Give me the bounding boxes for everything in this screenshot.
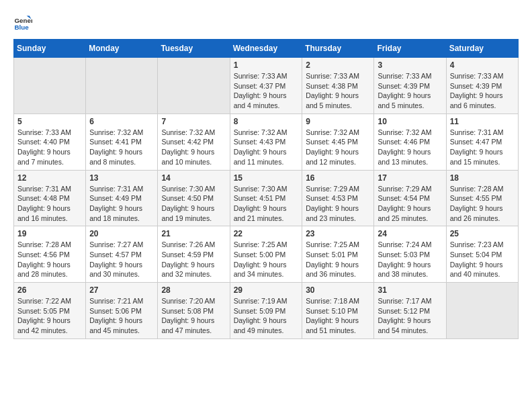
calendar-table: SundayMondayTuesdayWednesdayThursdayFrid… — [13, 39, 519, 339]
day-number: 25 — [450, 229, 515, 238]
weekday-header: Friday — [374, 40, 446, 58]
day-number: 15 — [234, 173, 299, 183]
day-number: 11 — [450, 117, 515, 126]
calendar-cell: 29Sunrise: 7:19 AM Sunset: 5:09 PM Dayli… — [230, 283, 302, 339]
day-number: 10 — [378, 117, 442, 126]
day-number: 19 — [17, 229, 82, 238]
calendar-cell: 16Sunrise: 7:29 AM Sunset: 4:53 PM Dayli… — [302, 170, 374, 226]
calendar-cell: 21Sunrise: 7:26 AM Sunset: 4:59 PM Dayli… — [158, 226, 230, 283]
day-number: 24 — [378, 229, 442, 238]
calendar-cell: 8Sunrise: 7:32 AM Sunset: 4:43 PM Daylig… — [230, 113, 302, 170]
day-info: Sunrise: 7:20 AM Sunset: 5:08 PM Dayligh… — [161, 296, 226, 336]
day-number: 29 — [234, 285, 299, 295]
day-info: Sunrise: 7:31 AM Sunset: 4:49 PM Dayligh… — [89, 184, 154, 224]
day-info: Sunrise: 7:32 AM Sunset: 4:45 PM Dayligh… — [306, 128, 370, 167]
logo: General Blue — [13, 13, 35, 32]
calendar-cell — [14, 58, 86, 114]
calendar-cell: 6Sunrise: 7:32 AM Sunset: 4:41 PM Daylig… — [86, 113, 158, 170]
day-info: Sunrise: 7:19 AM Sunset: 5:09 PM Dayligh… — [234, 296, 299, 336]
calendar-cell: 1Sunrise: 7:33 AM Sunset: 4:37 PM Daylig… — [230, 58, 302, 114]
weekday-header-row: SundayMondayTuesdayWednesdayThursdayFrid… — [14, 40, 519, 58]
day-info: Sunrise: 7:33 AM Sunset: 4:39 PM Dayligh… — [378, 71, 442, 111]
day-number: 16 — [306, 173, 370, 183]
calendar-cell: 12Sunrise: 7:31 AM Sunset: 4:48 PM Dayli… — [14, 170, 86, 226]
day-info: Sunrise: 7:29 AM Sunset: 4:53 PM Dayligh… — [306, 184, 370, 224]
calendar-cell: 5Sunrise: 7:33 AM Sunset: 4:40 PM Daylig… — [14, 113, 86, 170]
calendar-cell: 15Sunrise: 7:30 AM Sunset: 4:51 PM Dayli… — [230, 170, 302, 226]
day-number: 2 — [306, 60, 370, 70]
day-info: Sunrise: 7:30 AM Sunset: 4:50 PM Dayligh… — [161, 184, 226, 224]
calendar-week-row: 5Sunrise: 7:33 AM Sunset: 4:40 PM Daylig… — [14, 113, 519, 170]
page-header: General Blue — [13, 13, 519, 32]
day-info: Sunrise: 7:32 AM Sunset: 4:43 PM Dayligh… — [234, 128, 299, 167]
calendar-week-row: 12Sunrise: 7:31 AM Sunset: 4:48 PM Dayli… — [14, 170, 519, 226]
calendar-cell: 18Sunrise: 7:28 AM Sunset: 4:55 PM Dayli… — [446, 170, 518, 226]
calendar-week-row: 19Sunrise: 7:28 AM Sunset: 4:56 PM Dayli… — [14, 226, 519, 283]
calendar-cell: 3Sunrise: 7:33 AM Sunset: 4:39 PM Daylig… — [374, 58, 446, 114]
calendar-cell — [446, 283, 518, 339]
day-info: Sunrise: 7:29 AM Sunset: 4:54 PM Dayligh… — [378, 184, 442, 224]
calendar-cell: 17Sunrise: 7:29 AM Sunset: 4:54 PM Dayli… — [374, 170, 446, 226]
calendar-week-row: 26Sunrise: 7:22 AM Sunset: 5:05 PM Dayli… — [14, 283, 519, 339]
svg-text:Blue: Blue — [14, 24, 29, 31]
day-info: Sunrise: 7:30 AM Sunset: 4:51 PM Dayligh… — [234, 184, 299, 224]
calendar-cell: 28Sunrise: 7:20 AM Sunset: 5:08 PM Dayli… — [158, 283, 230, 339]
day-number: 14 — [161, 173, 226, 183]
weekday-header: Thursday — [302, 40, 374, 58]
calendar-cell: 13Sunrise: 7:31 AM Sunset: 4:49 PM Dayli… — [86, 170, 158, 226]
day-info: Sunrise: 7:25 AM Sunset: 5:01 PM Dayligh… — [306, 240, 370, 279]
day-number: 12 — [17, 173, 82, 183]
day-info: Sunrise: 7:33 AM Sunset: 4:37 PM Dayligh… — [234, 71, 299, 111]
day-info: Sunrise: 7:32 AM Sunset: 4:42 PM Dayligh… — [161, 128, 226, 167]
day-number: 1 — [234, 60, 299, 70]
day-info: Sunrise: 7:33 AM Sunset: 4:40 PM Dayligh… — [17, 128, 82, 167]
day-info: Sunrise: 7:21 AM Sunset: 5:06 PM Dayligh… — [89, 296, 154, 336]
day-info: Sunrise: 7:17 AM Sunset: 5:12 PM Dayligh… — [378, 296, 442, 336]
day-number: 21 — [161, 229, 226, 238]
weekday-header: Wednesday — [230, 40, 302, 58]
day-info: Sunrise: 7:24 AM Sunset: 5:03 PM Dayligh… — [378, 240, 442, 279]
day-info: Sunrise: 7:26 AM Sunset: 4:59 PM Dayligh… — [161, 240, 226, 279]
day-number: 3 — [378, 60, 442, 70]
day-number: 31 — [378, 285, 442, 295]
day-info: Sunrise: 7:25 AM Sunset: 5:00 PM Dayligh… — [234, 240, 299, 279]
day-info: Sunrise: 7:28 AM Sunset: 4:55 PM Dayligh… — [450, 184, 515, 224]
day-number: 8 — [234, 117, 299, 126]
calendar-cell: 11Sunrise: 7:31 AM Sunset: 4:47 PM Dayli… — [446, 113, 518, 170]
day-info: Sunrise: 7:32 AM Sunset: 4:46 PM Dayligh… — [378, 128, 442, 167]
calendar-cell: 24Sunrise: 7:24 AM Sunset: 5:03 PM Dayli… — [374, 226, 446, 283]
day-number: 26 — [17, 285, 82, 295]
calendar-cell: 14Sunrise: 7:30 AM Sunset: 4:50 PM Dayli… — [158, 170, 230, 226]
day-info: Sunrise: 7:33 AM Sunset: 4:39 PM Dayligh… — [450, 71, 515, 111]
calendar-cell: 25Sunrise: 7:23 AM Sunset: 5:04 PM Dayli… — [446, 226, 518, 283]
calendar-cell: 4Sunrise: 7:33 AM Sunset: 4:39 PM Daylig… — [446, 58, 518, 114]
calendar-cell: 22Sunrise: 7:25 AM Sunset: 5:00 PM Dayli… — [230, 226, 302, 283]
calendar-cell: 26Sunrise: 7:22 AM Sunset: 5:05 PM Dayli… — [14, 283, 86, 339]
calendar-cell: 20Sunrise: 7:27 AM Sunset: 4:57 PM Dayli… — [86, 226, 158, 283]
day-info: Sunrise: 7:33 AM Sunset: 4:38 PM Dayligh… — [306, 71, 370, 111]
calendar-cell: 31Sunrise: 7:17 AM Sunset: 5:12 PM Dayli… — [374, 283, 446, 339]
day-number: 13 — [89, 173, 154, 183]
calendar-cell: 2Sunrise: 7:33 AM Sunset: 4:38 PM Daylig… — [302, 58, 374, 114]
calendar-week-row: 1Sunrise: 7:33 AM Sunset: 4:37 PM Daylig… — [14, 58, 519, 114]
calendar-cell: 19Sunrise: 7:28 AM Sunset: 4:56 PM Dayli… — [14, 226, 86, 283]
day-number: 23 — [306, 229, 370, 238]
calendar-cell: 27Sunrise: 7:21 AM Sunset: 5:06 PM Dayli… — [86, 283, 158, 339]
day-info: Sunrise: 7:27 AM Sunset: 4:57 PM Dayligh… — [89, 240, 154, 279]
day-number: 27 — [89, 285, 154, 295]
day-info: Sunrise: 7:28 AM Sunset: 4:56 PM Dayligh… — [17, 240, 82, 279]
day-number: 7 — [161, 117, 226, 126]
day-info: Sunrise: 7:18 AM Sunset: 5:10 PM Dayligh… — [306, 296, 370, 336]
day-number: 9 — [306, 117, 370, 126]
day-number: 6 — [89, 117, 154, 126]
calendar-cell: 7Sunrise: 7:32 AM Sunset: 4:42 PM Daylig… — [158, 113, 230, 170]
calendar-cell: 10Sunrise: 7:32 AM Sunset: 4:46 PM Dayli… — [374, 113, 446, 170]
day-info: Sunrise: 7:22 AM Sunset: 5:05 PM Dayligh… — [17, 296, 82, 336]
day-info: Sunrise: 7:23 AM Sunset: 5:04 PM Dayligh… — [450, 240, 515, 279]
day-number: 22 — [234, 229, 299, 238]
day-number: 28 — [161, 285, 226, 295]
day-info: Sunrise: 7:32 AM Sunset: 4:41 PM Dayligh… — [89, 128, 154, 167]
day-info: Sunrise: 7:31 AM Sunset: 4:48 PM Dayligh… — [17, 184, 82, 224]
weekday-header: Tuesday — [158, 40, 230, 58]
day-number: 30 — [306, 285, 370, 295]
